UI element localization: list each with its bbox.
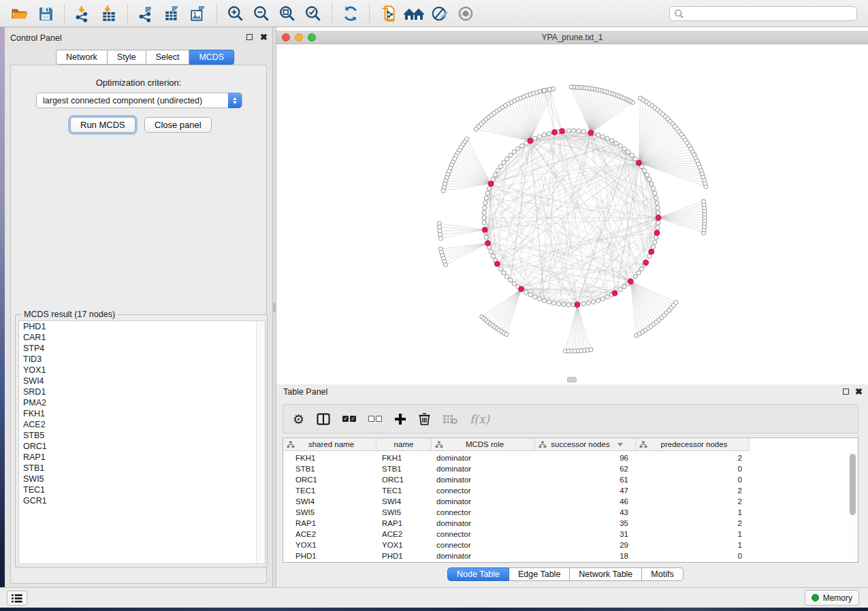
export-image-icon[interactable] (188, 3, 208, 24)
table-row[interactable]: PHD1PHD1dominator180 (283, 550, 760, 561)
mcds-result-item[interactable]: RAP1 (19, 452, 265, 463)
zoom-selected-icon[interactable] (303, 3, 323, 24)
new-network-from-selection-icon[interactable] (378, 3, 398, 24)
mcds-result-item[interactable]: SWI5 (19, 474, 265, 484)
table-settings-icon[interactable]: ⚙ (293, 410, 304, 428)
table-cell: FKH1 (382, 452, 432, 463)
mcds-result-item[interactable]: SWI4 (19, 376, 265, 386)
search-box[interactable] (669, 6, 857, 21)
tab-mcds[interactable]: MCDS (189, 50, 234, 65)
show-panels-list-button[interactable] (7, 591, 27, 606)
hide-selected-icon[interactable] (430, 3, 450, 24)
network-graph[interactable] (276, 44, 868, 381)
run-mcds-button[interactable]: Run MCDS (70, 117, 135, 133)
select-all-icon[interactable]: ✓✓ (342, 410, 356, 428)
column-header-predecessor-nodes[interactable]: predecessor nodes (636, 438, 750, 451)
export-table-icon[interactable] (162, 3, 182, 24)
column-header-MCDS-role[interactable]: MCDS role (432, 438, 535, 451)
close-panel-button[interactable]: Close panel (144, 117, 212, 133)
show-all-icon[interactable] (404, 3, 424, 24)
column-header-name[interactable]: name (376, 438, 432, 451)
tab-select[interactable]: Select (146, 50, 190, 65)
add-column-icon[interactable] (394, 410, 406, 428)
mcds-result-item[interactable]: ORC1 (19, 441, 265, 452)
mcds-list-scrollbar[interactable] (256, 321, 265, 563)
table-row[interactable]: RAP1RAP1dominator352 (283, 518, 760, 529)
open-file-icon[interactable] (10, 3, 30, 24)
mcds-result-item[interactable]: PHD1 (19, 321, 265, 332)
mcds-result-item[interactable]: GCR1 (19, 495, 265, 506)
split-pane-grip[interactable] (567, 377, 577, 382)
mcds-result-item[interactable]: YOX1 (19, 365, 265, 376)
tab-network-table[interactable]: Network Table (570, 567, 642, 581)
table-cell: 2 (636, 496, 742, 507)
desktop-wallpaper-strip (0, 27, 5, 608)
table-cell: STB1 (382, 463, 432, 474)
column-header-label: name (394, 440, 414, 448)
table-cell: dominator (436, 463, 535, 474)
show-hidden-icon[interactable] (455, 3, 476, 24)
table-scrollbar[interactable] (848, 452, 857, 562)
mcds-result-list[interactable]: PHD1CAR1STP4TID3YOX1SWI4SRD1PMA2FKH1ACE2… (18, 320, 266, 564)
export-network-icon[interactable] (136, 3, 157, 24)
delete-column-icon[interactable] (419, 410, 430, 428)
column-header-successor-nodes[interactable]: successor nodes (535, 438, 636, 451)
column-header-shared-name[interactable]: shared name (283, 438, 376, 451)
table-cell: 31 (535, 529, 628, 540)
search-input[interactable] (684, 9, 856, 18)
network-canvas[interactable] (276, 44, 868, 381)
import-network-icon[interactable] (73, 3, 93, 24)
table-row[interactable]: ORC1ORC1dominator610 (283, 474, 760, 485)
table-cell: 18 (535, 550, 628, 561)
tab-network[interactable]: Network (56, 50, 108, 65)
toolbar-separator (64, 4, 65, 23)
table-row[interactable]: SWI4SWI4dominator462 (283, 496, 760, 507)
mcds-result-item[interactable]: ACE2 (19, 419, 265, 430)
tab-motifs[interactable]: Motifs (642, 567, 683, 581)
zoom-out-icon[interactable] (251, 3, 272, 24)
mcds-result-item[interactable]: SRD1 (19, 386, 265, 397)
zoom-in-icon[interactable] (225, 3, 246, 24)
table-row[interactable]: ACE2ACE2connector311 (283, 529, 760, 540)
zoom-fit-icon[interactable] (277, 3, 298, 24)
mcds-result-item[interactable]: STB5 (19, 430, 265, 441)
table-cell: 0 (636, 550, 742, 561)
network-titlebar[interactable]: YPA_prune.txt_1 (276, 31, 868, 44)
tab-style[interactable]: Style (108, 50, 146, 65)
mcds-result-item[interactable]: TID3 (19, 354, 265, 365)
mcds-result-item[interactable]: FKH1 (19, 408, 265, 419)
sort-chevron-icon[interactable] (617, 443, 623, 446)
table-cell: 2 (636, 518, 742, 529)
table-cell: SWI4 (295, 496, 376, 507)
mcds-result-item[interactable]: TEC1 (19, 484, 265, 495)
deselect-all-icon[interactable] (368, 410, 382, 428)
close-table-panel-icon[interactable]: ✖ (855, 389, 863, 395)
mcds-result-item[interactable]: STP4 (19, 343, 265, 354)
memory-button[interactable]: Memory (805, 590, 859, 606)
save-session-icon[interactable] (35, 3, 56, 24)
mcds-result-item[interactable]: PMA2 (19, 397, 265, 408)
table-cell: ORC1 (295, 474, 376, 485)
column-icon[interactable] (317, 410, 330, 428)
node-table[interactable]: shared namenameMCDS rolesuccessor nodesp… (283, 437, 858, 563)
close-panel-icon[interactable]: ✖ (260, 34, 268, 40)
table-cell: FKH1 (295, 452, 376, 463)
table-row[interactable]: YOX1YOX1connector291 (283, 540, 760, 550)
import-table-icon[interactable] (99, 3, 119, 24)
float-table-panel-icon[interactable] (843, 389, 849, 395)
table-scrollbar-thumb[interactable] (850, 454, 856, 515)
table-row[interactable]: SWI5SWI5connector431 (283, 507, 760, 518)
tab-node-table[interactable]: Node Table (447, 567, 509, 581)
mcds-result-item[interactable]: CAR1 (19, 332, 265, 343)
float-panel-icon[interactable] (246, 34, 253, 40)
table-cell: 62 (535, 463, 628, 474)
splitter-handle[interactable] (273, 303, 276, 312)
table-row[interactable]: STB1STB1dominator620 (283, 463, 760, 474)
mcds-result-item[interactable]: STB1 (19, 463, 265, 474)
optimization-criterion-dropdown[interactable]: largest connected component (undirected) (36, 93, 242, 108)
tab-edge-table[interactable]: Edge Table (509, 567, 570, 581)
table-row[interactable]: FKH1FKH1dominator962 (283, 452, 760, 463)
refresh-icon[interactable] (340, 3, 361, 24)
table-row[interactable]: TEC1TEC1connector472 (283, 485, 760, 496)
table-cell: 47 (535, 485, 628, 496)
